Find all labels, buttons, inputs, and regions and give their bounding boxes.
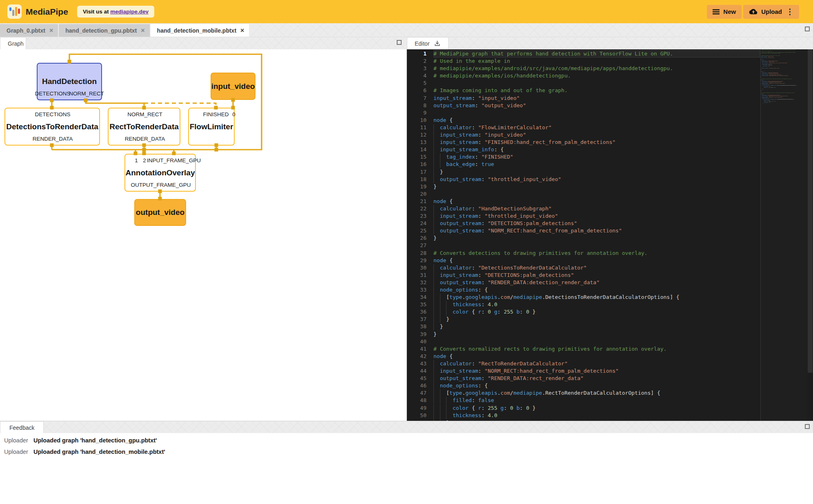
code-line: 15tag_index: "FINISHED" (407, 153, 760, 161)
graph-node-input_video[interactable]: input_video (211, 73, 255, 100)
feedback-source: Uploader (4, 437, 29, 444)
file-tab-Graph_0.pbtxt[interactable]: Graph_0.pbtxt× (0, 24, 58, 37)
visit-pill: Visit us at mediapipe.dev (77, 6, 154, 18)
code-line: 16back_edge: true (407, 161, 760, 168)
maximize-graph-panel-icon[interactable] (397, 40, 402, 45)
code-line: 4# mediapipie/examples/ios/handdetection… (407, 72, 760, 80)
upload-menu-kebab-icon[interactable]: ⋮ (786, 7, 793, 16)
app-title: MediaPipe (26, 7, 68, 17)
minimap[interactable]: # MediaPipe graph that performs hand det… (760, 49, 807, 421)
code-editor[interactable]: 1# MediaPipe graph that performs hand de… (407, 49, 813, 421)
node-title: output_video (127, 208, 193, 217)
line-number: 41 (407, 345, 433, 353)
line-number: 17 (407, 168, 433, 176)
node-port: 2 (143, 157, 146, 164)
upload-button[interactable]: Upload ⋮ (743, 5, 799, 19)
graph-node-FlowLimiter[interactable]: FlowLimiterFINISHED0 (188, 108, 235, 146)
node-port: 0 (232, 111, 235, 117)
line-number: 1 (407, 50, 433, 57)
line-number: 14 (407, 146, 433, 153)
graph-canvas[interactable]: HandDetectionDETECTIONSNORM_RECTinput_vi… (0, 49, 407, 421)
maximize-tabstrip-icon[interactable] (805, 27, 810, 31)
line-number: 6 (407, 87, 433, 94)
graph-node-AnnotationOverlay[interactable]: AnnotationOverlay12INPUT_FRAME_GPUOUTPUT… (124, 154, 196, 192)
visit-label: Visit us at (83, 9, 109, 15)
feedback-log: UploaderUploaded graph 'hand_detection_g… (0, 433, 813, 504)
upload-button-label: Upload (761, 8, 782, 15)
node-port: INPUT_FRAME_GPU (147, 157, 201, 164)
line-number: 22 (407, 205, 433, 212)
feedback-panel-tab[interactable]: Feedback (0, 421, 44, 433)
node-port: 1 (135, 157, 138, 164)
feedback-message: Uploaded graph 'hand_detection_mobile.pb… (33, 449, 165, 455)
line-number: 39 (407, 331, 433, 338)
line-number: 43 (407, 360, 433, 367)
node-port: RENDER_DATA (125, 136, 165, 142)
code-line: 44input_stream: "NORM_RECT:hand_rect_fro… (407, 367, 760, 375)
line-number: 4 (407, 72, 433, 80)
close-tab-icon[interactable]: × (141, 27, 144, 34)
new-button[interactable]: New (707, 5, 742, 19)
node-title: FlowLimiter (181, 122, 242, 131)
line-number: 2 (407, 57, 433, 65)
mediapipe-dev-link[interactable]: mediapipe.dev (110, 9, 149, 15)
line-number: 49 (407, 405, 433, 412)
feedback-message: Uploaded graph 'hand_detection_gpu.pbtxt… (33, 437, 157, 444)
line-number: 34 (407, 294, 433, 301)
code-line: 50thickness: 4.0 (407, 412, 760, 419)
node-title: HandDetection (29, 77, 109, 86)
code-line: 24output_stream: "DETECTIONS:palm_detect… (407, 220, 760, 227)
code-line: 21node { (407, 198, 760, 205)
close-tab-icon[interactable]: × (49, 27, 53, 34)
code-line: 3# mediapipie/examples/android/src/java/… (407, 65, 760, 72)
close-tab-icon[interactable]: × (240, 27, 244, 34)
code-line: 25output_stream: "NORM_RECT:hand_rect_fr… (407, 227, 760, 234)
graph-node-HandDetection[interactable]: HandDetectionDETECTIONSNORM_RECT (37, 63, 102, 100)
line-number: 33 (407, 286, 433, 294)
feedback-panel-tab-label: Feedback (9, 424, 34, 431)
cloud-upload-icon (749, 9, 757, 15)
graph-panel-tab[interactable]: Graph (0, 37, 26, 49)
line-number: 16 (407, 161, 433, 168)
line-number: 25 (407, 227, 433, 234)
node-title: DetectionsToRenderData (0, 122, 107, 131)
node-port: OUTPUT_FRAME_GPU (131, 182, 191, 188)
download-icon[interactable] (434, 40, 441, 47)
editor-scrollbar[interactable] (807, 49, 813, 421)
feedback-source: Uploader (4, 449, 29, 455)
new-button-label: New (723, 8, 736, 15)
code-line: 35thickness: 4.0 (407, 301, 760, 308)
code-line: 14input_stream_info: { (407, 146, 760, 153)
line-number: 48 (407, 397, 433, 404)
code-line: 47[type.googleapis.com/mediapipe.RectToR… (407, 389, 760, 397)
code-line: 8output_stream: "output_video" (407, 102, 760, 109)
editor-panel-tab[interactable]: Editor (407, 37, 449, 49)
line-number: 42 (407, 353, 433, 360)
line-number: 45 (407, 375, 433, 382)
file-tab-hand_detection_gpu.pbtxt[interactable]: hand_detection_gpu.pbtxt× (59, 24, 149, 37)
code-line: 45output_stream: "RENDER_DATA:rect_rende… (407, 375, 760, 382)
file-tab-hand_detection_mobile.pbtxt[interactable]: hand_detection_mobile.pbtxt× (151, 24, 249, 37)
code-line: 1# MediaPipe graph that performs hand de… (407, 50, 760, 57)
line-number: 15 (407, 153, 433, 161)
feedback-row: UploaderUploaded graph 'hand_detection_g… (0, 435, 813, 446)
node-port: NORM_RECT (69, 91, 104, 97)
code-line: 34[type.googleapis.com/mediapipe.Detecti… (407, 294, 760, 301)
graph-node-DetectionsToRenderData[interactable]: DetectionsToRenderDataDETECTIONSRENDER_D… (4, 108, 100, 146)
line-number: 50 (407, 412, 433, 419)
line-number: 37 (407, 316, 433, 323)
editor-scrollbar-thumb[interactable] (808, 49, 813, 373)
line-number: 31 (407, 272, 433, 279)
app-header: MediaPipe Visit us at mediapipe.dev New … (0, 0, 813, 23)
code-line: 17} (407, 168, 760, 176)
code-line: 23input_stream: "throttled_input_video" (407, 212, 760, 220)
code-line: 12input_stream: "input_video" (407, 131, 760, 139)
code-line: 31input_stream: "DETECTIONS:palm_detecti… (407, 272, 760, 279)
graph-node-RectToRenderData[interactable]: RectToRenderDataNORM_RECTRENDER_DATA (108, 108, 180, 146)
graph-node-output_video[interactable]: output_video (134, 199, 186, 226)
code-line: 2# Used in the example in (407, 57, 760, 65)
line-number: 11 (407, 124, 433, 131)
maximize-feedback-panel-icon[interactable] (805, 424, 810, 429)
node-title: input_video (203, 82, 263, 91)
code-line: 48filled: false (407, 397, 760, 404)
